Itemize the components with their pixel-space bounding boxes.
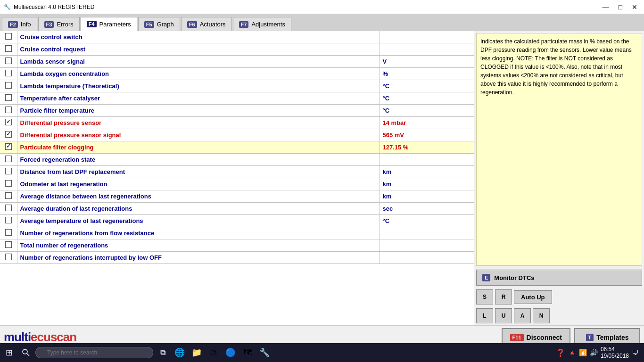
- param-name: Number of regenerations from flow resist…: [17, 227, 380, 239]
- tab-label-parameters: Parameters: [99, 21, 131, 28]
- logo-ecuscan: ecuscan: [31, 330, 76, 344]
- param-name: Total number of regenerations: [17, 239, 380, 252]
- checkbox[interactable]: [5, 254, 12, 260]
- param-name: Differential pressure sensor: [17, 117, 380, 129]
- u-button[interactable]: U: [495, 308, 512, 323]
- taskbar-app-maps[interactable]: 🗺: [240, 345, 255, 360]
- monitor-dtcs-button[interactable]: E Monitor DTCs: [476, 270, 642, 286]
- parameter-table: Cruise control switchCruise control requ…: [0, 31, 474, 325]
- checkbox[interactable]: [5, 82, 12, 89]
- checkbox[interactable]: [5, 70, 12, 76]
- tab-key-graph: F5: [144, 21, 154, 28]
- taskbar-network-icon[interactable]: 🔺: [568, 349, 576, 356]
- checkbox[interactable]: [5, 107, 12, 113]
- param-name: Number of regenerations interrupted by l…: [17, 252, 380, 264]
- monitor-dtcs-key: E: [482, 274, 490, 281]
- checkbox[interactable]: [5, 229, 12, 236]
- taskbar-volume-icon[interactable]: 🔊: [590, 349, 598, 356]
- param-value: [380, 239, 474, 252]
- small-buttons-row2: L U A N: [476, 308, 642, 323]
- app-icon: 🔧: [4, 4, 11, 10]
- checkbox[interactable]: [5, 58, 12, 64]
- a-button[interactable]: A: [514, 308, 531, 323]
- taskbar-app-store[interactable]: 🛍: [206, 345, 221, 360]
- checkbox[interactable]: [5, 119, 12, 125]
- taskbar-app-taskview[interactable]: ⧉: [155, 345, 170, 360]
- r-button[interactable]: R: [495, 289, 512, 304]
- checkbox[interactable]: [5, 217, 12, 223]
- tab-parameters[interactable]: F4Parameters: [81, 17, 137, 31]
- param-value: 127.15 %: [380, 141, 474, 154]
- param-value: km: [380, 178, 474, 190]
- checkbox[interactable]: [5, 143, 12, 150]
- param-name: Average distance between last regenerati…: [17, 190, 380, 203]
- table-row: Number of regenerations from flow resist…: [0, 227, 474, 239]
- taskbar-app-edge[interactable]: 🌐: [172, 345, 187, 360]
- param-value: °C: [380, 215, 474, 227]
- table-row: Cruise control request: [0, 43, 474, 56]
- tab-actuators[interactable]: F6Actuators: [181, 17, 232, 31]
- taskbar-notification-icon[interactable]: 🗨: [632, 349, 638, 356]
- checkbox[interactable]: [5, 156, 12, 162]
- checkbox[interactable]: [5, 168, 12, 174]
- param-value: °C: [380, 80, 474, 92]
- app-title: Multiecuscan 4.0 REGISTERED: [14, 4, 94, 10]
- table-row: Lambda sensor signalV: [0, 56, 474, 68]
- minimize-button[interactable]: —: [600, 2, 612, 12]
- tab-adjustments[interactable]: F7Adjustments: [233, 17, 291, 31]
- search-icon[interactable]: [18, 345, 33, 360]
- param-name: Particle filter temperature: [17, 105, 380, 117]
- l-button[interactable]: L: [476, 308, 493, 323]
- checkbox[interactable]: [5, 180, 12, 187]
- taskbar-help-icon[interactable]: ❓: [556, 348, 565, 357]
- param-name: Average duration of last regenerations: [17, 203, 380, 215]
- tab-errors[interactable]: F3Errors: [38, 17, 80, 31]
- close-button[interactable]: ✕: [629, 2, 640, 12]
- checkbox[interactable]: [5, 45, 12, 52]
- checkbox[interactable]: [5, 192, 12, 199]
- param-name: Distance from last DPF replacement: [17, 166, 380, 178]
- tab-label-adjustments: Adjustments: [251, 21, 285, 28]
- taskbar-wifi-icon: 📶: [579, 349, 587, 356]
- taskbar-app-chrome[interactable]: 🔵: [223, 345, 238, 360]
- info-panel: Indicates the calculated particulate mas…: [474, 31, 644, 325]
- taskbar-app-custom[interactable]: 🔧: [257, 345, 272, 360]
- table-row: Number of regenerations interrupted by l…: [0, 252, 474, 264]
- small-buttons-row: S R Auto Up: [476, 289, 642, 304]
- start-button[interactable]: ⊞: [2, 346, 17, 360]
- svg-point-0: [23, 349, 27, 354]
- taskbar-app-explorer[interactable]: 📁: [189, 345, 204, 360]
- checkbox[interactable]: [5, 241, 12, 248]
- tab-info[interactable]: F2Info: [2, 17, 37, 31]
- checkbox[interactable]: [5, 94, 12, 101]
- param-value: [380, 31, 474, 43]
- taskbar-clock: 06:54 19/05/2018: [601, 346, 629, 359]
- info-text-box: Indicates the calculated particulate mas…: [476, 33, 642, 266]
- tab-key-actuators: F6: [187, 21, 197, 28]
- right-buttons: E Monitor DTCs S R Auto Up L U A N: [474, 268, 644, 325]
- taskbar-search[interactable]: [35, 347, 153, 358]
- checkbox[interactable]: [5, 131, 12, 138]
- table-row: Total number of regenerations: [0, 239, 474, 252]
- checkbox[interactable]: [5, 33, 12, 40]
- param-name: Lambda oxygen concentration: [17, 68, 380, 80]
- param-name: Odometer at last regeneration: [17, 178, 380, 190]
- main-content: Cruise control switchCruise control requ…: [0, 31, 644, 325]
- s-button[interactable]: S: [476, 289, 493, 304]
- tab-graph[interactable]: F5Graph: [138, 17, 180, 31]
- templates-key: T: [586, 334, 594, 341]
- table-row: Temperature after catalyser°C: [0, 92, 474, 105]
- table-row: Particulate filter clogging127.15 %: [0, 141, 474, 154]
- auto-up-button[interactable]: Auto Up: [514, 290, 552, 304]
- n-button[interactable]: N: [533, 308, 550, 323]
- templates-label: Templates: [596, 334, 628, 341]
- parameter-scroll[interactable]: Cruise control switchCruise control requ…: [0, 31, 474, 325]
- param-value: 14 mbar: [380, 117, 474, 129]
- taskbar-system-icons: ❓ 🔺 📶 🔊 06:54 19/05/2018 🗨: [556, 346, 642, 359]
- param-value: km: [380, 166, 474, 178]
- maximize-button[interactable]: □: [616, 2, 625, 12]
- checkbox[interactable]: [5, 205, 12, 211]
- tab-label-errors: Errors: [57, 21, 73, 28]
- param-value: 565 mV: [380, 129, 474, 141]
- table-row: Average distance between last regenerati…: [0, 190, 474, 203]
